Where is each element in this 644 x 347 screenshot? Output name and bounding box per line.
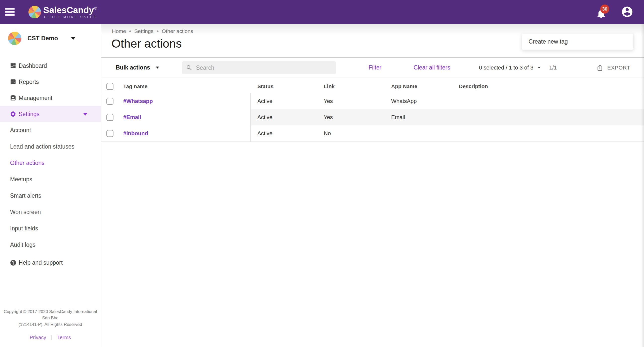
registered-mark: ® — [94, 6, 97, 10]
link-cell: Yes — [324, 93, 333, 109]
dashboard-icon — [10, 62, 17, 69]
export-label: EXPORT — [607, 65, 630, 71]
help-icon — [10, 259, 17, 266]
chevron-down-icon — [156, 67, 159, 69]
sidebar: CST Demo Dashboard Reports Managemen — [0, 24, 101, 347]
sidebar-item-label: Help and support — [19, 259, 63, 266]
sidebar-item-help-support[interactable]: Help and support — [0, 255, 101, 271]
sidebar-item-label: Settings — [19, 111, 39, 118]
search-input[interactable] — [196, 64, 332, 71]
notifications-button[interactable]: 30 — [596, 6, 611, 21]
management-icon — [10, 94, 17, 101]
selection-count-label: 0 selected / 1 to 3 of 3 — [479, 64, 533, 71]
tag-name-link[interactable]: #Email — [123, 109, 141, 125]
row-stripe — [250, 109, 644, 125]
sidebar-subitem-lead-action-statuses[interactable]: Lead and action statuses — [0, 138, 101, 155]
settings-gear-icon — [10, 111, 17, 118]
top-header: SalesCandy® CLOSE MORE SALES 30 — [0, 0, 644, 24]
scroll-shadow — [641, 24, 644, 347]
table-bottom-border — [101, 142, 644, 142]
settings-sub-nav: Account Lead and action statuses Other a… — [0, 122, 101, 253]
clear-all-filters-button[interactable]: Clear all filters — [414, 58, 450, 78]
brand-pinwheel-icon — [28, 6, 41, 18]
export-icon — [596, 64, 603, 71]
brand-tagline: CLOSE MORE SALES — [44, 15, 97, 19]
brand-logo[interactable]: SalesCandy® CLOSE MORE SALES — [28, 0, 97, 24]
search-icon — [186, 64, 192, 71]
tag-name-link[interactable]: #Whatsapp — [123, 93, 153, 109]
column-header-link: Link — [324, 80, 335, 93]
row-checkbox[interactable] — [106, 98, 113, 105]
status-cell: Active — [257, 93, 272, 109]
sidebar-item-label: Management — [19, 95, 52, 101]
breadcrumb-separator-icon — [129, 30, 131, 32]
column-header-status: Status — [257, 80, 273, 93]
sidebar-item-dashboard[interactable]: Dashboard — [0, 58, 101, 74]
notification-badge: 30 — [600, 5, 609, 14]
app-name-cell: Email — [391, 109, 405, 125]
chevron-down-icon — [71, 37, 75, 40]
table-row: #Whatsapp Active Yes WhatsApp — [101, 93, 644, 109]
app-name-cell: WhatsApp — [391, 93, 417, 109]
sidebar-subitem-smart-alerts[interactable]: Smart alerts — [0, 188, 101, 204]
link-cell: Yes — [324, 109, 333, 125]
table-body: #Whatsapp Active Yes WhatsApp #Email Act… — [101, 93, 644, 142]
breadcrumb: Home Settings Other actions — [112, 28, 193, 34]
tag-name-link[interactable]: #inbound — [123, 125, 148, 142]
terms-link[interactable]: Terms — [57, 335, 71, 340]
create-new-tag-menu-item[interactable]: Create new tag — [522, 33, 633, 50]
privacy-link[interactable]: Privacy — [30, 335, 46, 340]
legal-links: Privacy | Terms — [0, 335, 101, 340]
sidebar-item-label: Reports — [19, 79, 39, 85]
brand-text: SalesCandy® CLOSE MORE SALES — [43, 6, 97, 19]
column-header-tag-name: Tag name — [123, 80, 147, 93]
sidebar-item-reports[interactable]: Reports — [0, 74, 101, 90]
app-screen: SalesCandy® CLOSE MORE SALES 30 CST Demo — [0, 0, 644, 347]
column-header-description: Description — [459, 80, 488, 93]
main-content: Home Settings Other actions Other action… — [101, 24, 644, 347]
sidebar-subitem-other-actions[interactable]: Other actions — [0, 155, 101, 171]
breadcrumb-settings[interactable]: Settings — [134, 28, 153, 34]
hamburger-menu-icon[interactable] — [5, 8, 15, 16]
export-button[interactable]: EXPORT — [596, 58, 630, 78]
selection-count-dropdown[interactable]: 0 selected / 1 to 3 of 3 — [479, 58, 541, 78]
breadcrumb-home[interactable]: Home — [112, 28, 126, 34]
status-cell: Active — [257, 125, 272, 142]
row-checkbox[interactable] — [106, 130, 113, 137]
chevron-down-icon — [83, 113, 88, 116]
sidebar-footer: Copyright © 2017-2020 SalesCandy Interna… — [0, 308, 101, 341]
sidebar-subitem-account[interactable]: Account — [0, 122, 101, 138]
chevron-down-icon — [538, 67, 541, 68]
team-avatar — [8, 32, 21, 45]
bulk-actions-label: Bulk actions — [116, 64, 150, 71]
sidebar-subitem-won-screen[interactable]: Won screen — [0, 204, 101, 220]
sidebar-subitem-input-fields[interactable]: Input fields — [0, 220, 101, 237]
filter-button[interactable]: Filter — [369, 58, 381, 78]
page-title: Other actions — [111, 37, 182, 50]
sidebar-item-label: Dashboard — [19, 62, 47, 69]
sidebar-item-settings[interactable]: Settings — [0, 106, 101, 122]
table-column-divider — [250, 93, 251, 142]
select-all-checkbox[interactable] — [106, 83, 113, 90]
reports-icon — [10, 78, 17, 85]
status-cell: Active — [257, 109, 272, 125]
page-indicator: 1/1 — [549, 58, 557, 78]
team-selector[interactable]: CST Demo — [8, 31, 75, 45]
column-header-app-name: App Name — [391, 80, 417, 93]
sidebar-subitem-audit-logs[interactable]: Audit logs — [0, 237, 101, 253]
sidebar-subitem-meetups[interactable]: Meetups — [0, 171, 101, 188]
brand-name: SalesCandy® — [43, 6, 97, 14]
account-circle-icon — [621, 6, 633, 18]
search-box — [182, 61, 336, 74]
breadcrumb-separator-icon — [157, 30, 158, 32]
table-row: #Email Active Yes Email — [101, 109, 644, 125]
sidebar-item-management[interactable]: Management — [0, 90, 101, 106]
table-header: Tag name Status Link App Name Descriptio… — [101, 80, 644, 93]
row-checkbox[interactable] — [106, 114, 113, 121]
bulk-actions-dropdown[interactable]: Bulk actions — [116, 58, 160, 78]
toolbar-border — [101, 78, 644, 78]
copyright-text: Copyright © 2017-2020 SalesCandy Interna… — [0, 308, 101, 328]
account-button[interactable] — [621, 6, 633, 18]
legal-divider: | — [51, 335, 52, 340]
breadcrumb-current: Other actions — [162, 28, 193, 34]
